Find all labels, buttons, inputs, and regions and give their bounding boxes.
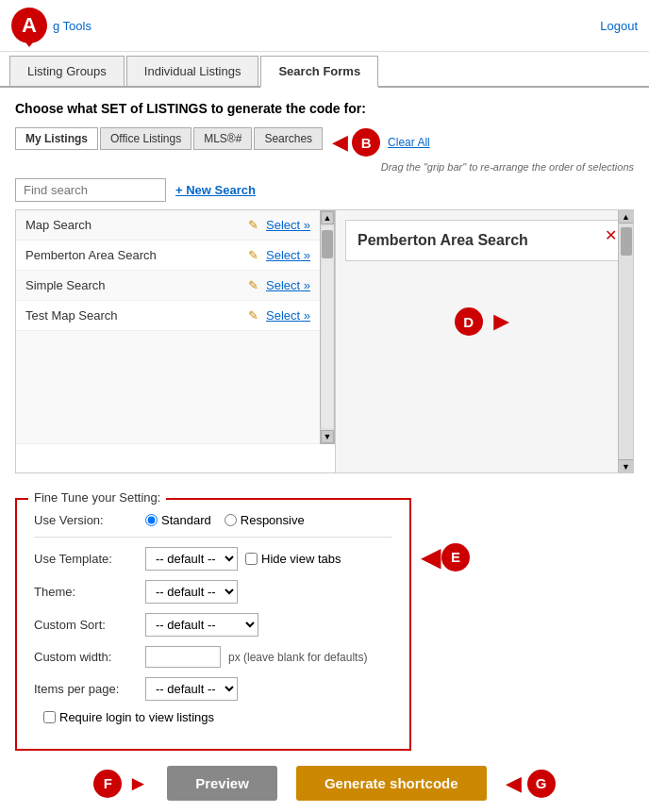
rscroll-thumb[interactable] bbox=[621, 227, 632, 256]
logo-area: A g Tools bbox=[11, 8, 92, 43]
list-scrollbar[interactable]: ▲ ▼ bbox=[320, 210, 335, 444]
selected-item-title: Pemberton Area Search bbox=[358, 232, 528, 248]
list-wrap: Map Search ✎ Select Pemberton Area Searc… bbox=[16, 210, 335, 444]
right-panel: Pemberton Area Search ✕ D ► ▲ ▼ bbox=[336, 209, 634, 473]
annotation-g: G bbox=[527, 770, 556, 798]
logout-link[interactable]: Logout bbox=[600, 19, 638, 33]
list-item: Map Search ✎ Select bbox=[16, 210, 320, 240]
scroll-down[interactable]: ▼ bbox=[321, 430, 334, 443]
clear-all-link[interactable]: Clear All bbox=[388, 136, 430, 149]
custom-sort-select[interactable]: -- default -- bbox=[145, 613, 258, 637]
custom-width-input[interactable] bbox=[145, 646, 221, 668]
fine-tune-box: Fine Tune your Setting: Use Version: Sta… bbox=[15, 498, 411, 751]
filter-tabs: My Listings Office Listings MLS®# Search… bbox=[15, 127, 323, 150]
close-button[interactable]: ✕ bbox=[605, 226, 617, 244]
item-name-test-map-search: Test Map Search bbox=[25, 308, 248, 323]
rscroll-down[interactable]: ▼ bbox=[619, 459, 633, 472]
main-tabs: Listing Groups Individual Listings Searc… bbox=[0, 56, 649, 88]
require-login-row: Require login to view listings bbox=[43, 710, 392, 724]
left-panel: Map Search ✎ Select Pemberton Area Searc… bbox=[15, 209, 336, 473]
hide-view-tabs-checkbox[interactable] bbox=[245, 553, 258, 565]
radio-responsive-input[interactable] bbox=[225, 514, 237, 526]
use-template-label: Use Template: bbox=[34, 552, 138, 566]
custom-sort-label: Custom Sort: bbox=[34, 618, 138, 632]
use-version-label: Use Version: bbox=[34, 513, 138, 527]
tab-search-forms[interactable]: Search Forms bbox=[260, 56, 378, 88]
annotation-b: B bbox=[352, 128, 380, 157]
radio-standard[interactable]: Standard bbox=[145, 513, 211, 527]
filter-tab-searches[interactable]: Searches bbox=[254, 127, 323, 150]
item-name-simple-search: Simple Search bbox=[25, 278, 248, 292]
rscroll-up[interactable]: ▲ bbox=[619, 210, 633, 224]
custom-sort-row: Custom Sort: -- default -- bbox=[34, 613, 392, 637]
custom-width-row: Custom width: px (leave blank for defaul… bbox=[34, 646, 392, 668]
tab-individual-listings[interactable]: Individual Listings bbox=[126, 56, 259, 86]
custom-width-label: Custom width: bbox=[34, 650, 138, 664]
radio-standard-input[interactable] bbox=[145, 514, 158, 526]
logo-icon: A bbox=[11, 8, 47, 43]
annotation-d: D bbox=[455, 307, 483, 336]
tools-link[interactable]: g Tools bbox=[53, 19, 92, 33]
fine-tune-legend: Fine Tune your Setting: bbox=[28, 490, 166, 505]
filter-tab-office-listings[interactable]: Office Listings bbox=[100, 127, 191, 150]
two-col-layout: Map Search ✎ Select Pemberton Area Searc… bbox=[15, 209, 634, 473]
select-link-2[interactable]: Select bbox=[266, 278, 310, 292]
px-hint: px (leave blank for defaults) bbox=[228, 651, 367, 664]
tab-listing-groups[interactable]: Listing Groups bbox=[9, 56, 125, 86]
annotation-f: F bbox=[93, 770, 122, 798]
right-scrollbar[interactable]: ▲ ▼ bbox=[618, 210, 633, 472]
select-link-1[interactable]: Select bbox=[266, 248, 310, 262]
items-per-page-row: Items per page: -- default -- bbox=[34, 677, 392, 701]
filter-tab-my-listings[interactable]: My Listings bbox=[15, 127, 98, 150]
right-panel-inner: Pemberton Area Search ✕ D ► bbox=[336, 210, 633, 472]
theme-row: Theme: -- default -- bbox=[34, 580, 392, 604]
search-input[interactable] bbox=[15, 178, 166, 202]
selected-item-box: Pemberton Area Search ✕ bbox=[345, 220, 624, 261]
theme-select[interactable]: -- default -- bbox=[145, 580, 238, 604]
annotation-e: E bbox=[441, 543, 470, 572]
items-per-page-select[interactable]: -- default -- bbox=[145, 677, 238, 701]
new-search-link[interactable]: + New Search bbox=[175, 183, 256, 197]
button-row: F ► Preview Generate shortcode ◀ G bbox=[15, 766, 634, 801]
search-list: Map Search ✎ Select Pemberton Area Searc… bbox=[16, 210, 320, 444]
require-login-label[interactable]: Require login to view listings bbox=[43, 710, 214, 724]
top-bar: A g Tools Logout bbox=[0, 0, 649, 52]
item-name-map-search: Map Search bbox=[25, 218, 248, 232]
require-login-checkbox[interactable] bbox=[43, 711, 56, 723]
radio-responsive[interactable]: Responsive bbox=[225, 513, 305, 527]
use-version-row: Use Version: Standard Responsive bbox=[34, 513, 392, 527]
edit-icon-3[interactable]: ✎ bbox=[248, 308, 258, 323]
drag-hint: Drag the "grip bar" to re-arrange the or… bbox=[15, 161, 634, 173]
edit-icon-1[interactable]: ✎ bbox=[248, 248, 258, 262]
scroll-thumb[interactable] bbox=[322, 230, 333, 258]
scroll-track bbox=[322, 226, 333, 428]
edit-icon-0[interactable]: ✎ bbox=[248, 218, 258, 232]
list-item: Pemberton Area Search ✎ Select bbox=[16, 240, 320, 271]
item-name-pemberton: Pemberton Area Search bbox=[25, 248, 248, 262]
list-item: Test Map Search ✎ Select bbox=[16, 301, 320, 331]
hide-view-tabs-label[interactable]: Hide view tabs bbox=[245, 552, 341, 566]
scroll-up[interactable]: ▲ bbox=[321, 211, 334, 224]
radio-group-version: Standard Responsive bbox=[145, 513, 305, 527]
search-row: + New Search bbox=[15, 178, 634, 202]
items-per-page-label: Items per page: bbox=[34, 682, 138, 696]
select-link-3[interactable]: Select bbox=[266, 308, 310, 323]
filter-tab-mls[interactable]: MLS®# bbox=[193, 127, 252, 150]
list-item: Simple Search ✎ Select bbox=[16, 271, 320, 301]
section-title: Choose what SET of LISTINGS to generate … bbox=[15, 101, 634, 116]
generate-shortcode-button[interactable]: Generate shortcode bbox=[296, 766, 487, 801]
use-template-row: Use Template: -- default -- Hide view ta… bbox=[34, 547, 392, 571]
rscroll-track bbox=[619, 224, 633, 459]
edit-icon-2[interactable]: ✎ bbox=[248, 278, 258, 292]
main-content: Choose what SET of LISTINGS to generate … bbox=[0, 88, 649, 812]
preview-button[interactable]: Preview bbox=[167, 766, 277, 801]
template-select[interactable]: -- default -- bbox=[145, 547, 238, 571]
select-link-0[interactable]: Select bbox=[266, 218, 310, 232]
theme-label: Theme: bbox=[34, 585, 138, 599]
